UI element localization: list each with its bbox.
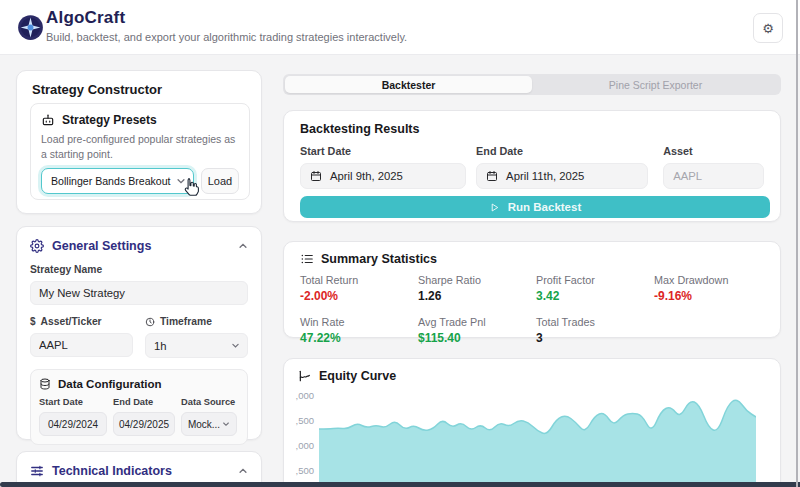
dollar-icon: $ bbox=[30, 316, 36, 327]
asset-ticker-label: $ Asset/Ticker bbox=[30, 316, 133, 327]
bt-end-date-label: End Date bbox=[476, 145, 648, 157]
strategy-presets-card: Strategy Presets Load pre-configured pop… bbox=[30, 103, 250, 200]
gear-icon: ⚙ bbox=[762, 21, 774, 36]
preset-select-value: Bollinger Bands Breakout bbox=[51, 175, 176, 187]
play-icon bbox=[489, 202, 500, 213]
bt-start-date-input[interactable]: April 9th, 2025 bbox=[300, 163, 466, 189]
app-tagline: Build, backtest, and export your algorit… bbox=[46, 31, 407, 43]
y-tick-label: ,500 bbox=[288, 415, 314, 426]
sliders-icon bbox=[30, 464, 44, 478]
equity-curve-chart bbox=[319, 389, 756, 487]
timeframe-select[interactable]: 1h bbox=[145, 333, 248, 358]
equity-curve-card: Equity Curve ,000 ,500 ,000 ,500 bbox=[283, 358, 781, 487]
bt-end-date-input[interactable]: April 11th, 2025 bbox=[476, 163, 648, 189]
bt-asset-label: Asset bbox=[663, 145, 764, 157]
tab-backtester[interactable]: Backtester bbox=[285, 76, 532, 93]
general-settings-card: General Settings Strategy Name $ Asset/T… bbox=[16, 226, 262, 440]
strategy-name-label: Strategy Name bbox=[30, 264, 248, 275]
bt-asset-input[interactable] bbox=[663, 163, 764, 189]
preset-select[interactable]: Bollinger Bands Breakout bbox=[41, 168, 194, 194]
dc-end-date-input[interactable] bbox=[113, 412, 175, 436]
line-chart-icon bbox=[298, 369, 312, 383]
backtesting-results-title: Backtesting Results bbox=[300, 122, 764, 136]
chevron-up-icon bbox=[238, 466, 248, 476]
summary-statistics-card: Summary Statistics Total Return -2.00% S… bbox=[283, 241, 781, 338]
mouse-cursor bbox=[183, 177, 200, 196]
list-icon bbox=[300, 252, 314, 266]
stat-win-rate: Win Rate 47.22% bbox=[300, 316, 418, 345]
clock-icon bbox=[145, 317, 155, 327]
strategy-presets-description: Load pre-configured popular strategies a… bbox=[41, 132, 239, 161]
main-tabbar: Backtester Pine Script Exporter bbox=[283, 74, 781, 95]
y-tick-label: ,000 bbox=[288, 390, 314, 401]
calendar-icon bbox=[310, 170, 322, 182]
dc-start-date-label: Start Date bbox=[39, 397, 107, 407]
stat-profit-factor: Profit Factor 3.42 bbox=[536, 274, 654, 303]
tab-pine-script-exporter[interactable]: Pine Script Exporter bbox=[532, 76, 779, 93]
stat-sharpe-ratio: Sharpe Ratio 1.26 bbox=[418, 274, 536, 303]
stat-avg-trade-pnl: Avg Trade Pnl $115.40 bbox=[418, 316, 536, 345]
gear-icon bbox=[30, 239, 44, 253]
bt-start-date-label: Start Date bbox=[300, 145, 466, 157]
asset-ticker-input[interactable] bbox=[30, 333, 133, 357]
algocraft-logo-icon bbox=[17, 14, 44, 41]
run-backtest-button[interactable]: Run Backtest bbox=[300, 196, 770, 218]
stat-total-trades: Total Trades 3 bbox=[536, 316, 654, 345]
app-title: AlgoCraft bbox=[46, 8, 125, 28]
app-page: AlgoCraft Build, backtest, and export yo… bbox=[0, 0, 800, 487]
technical-indicators-header[interactable]: Technical Indicators bbox=[30, 464, 248, 478]
load-preset-button[interactable]: Load bbox=[201, 168, 239, 194]
chevron-up-icon bbox=[238, 241, 248, 251]
data-configuration-title: Data Configuration bbox=[58, 378, 162, 390]
chevron-down-icon bbox=[231, 341, 240, 350]
dc-data-source-select[interactable]: Mock... bbox=[181, 412, 237, 436]
backtesting-results-card: Backtesting Results Start Date April 9th… bbox=[283, 110, 781, 222]
dc-start-date-input[interactable] bbox=[39, 412, 107, 436]
strategy-presets-title: Strategy Presets bbox=[62, 113, 157, 127]
dc-data-source-label: Data Source bbox=[181, 397, 237, 407]
y-tick-label: ,500 bbox=[288, 465, 314, 476]
robot-icon bbox=[41, 113, 55, 127]
app-header: AlgoCraft Build, backtest, and export yo… bbox=[0, 0, 800, 55]
chevron-down-icon bbox=[222, 420, 230, 428]
database-icon bbox=[39, 378, 51, 390]
dc-end-date-label: End Date bbox=[113, 397, 175, 407]
strategy-constructor-panel: Strategy Constructor Strategy Presets Lo… bbox=[16, 70, 262, 214]
timeframe-label: Timeframe bbox=[145, 316, 248, 327]
equity-curve-title: Equity Curve bbox=[319, 369, 396, 383]
data-configuration-card: Data Configuration Start Date End Date D… bbox=[30, 369, 248, 445]
stat-total-return: Total Return -2.00% bbox=[300, 274, 418, 303]
technical-indicators-title: Technical Indicators bbox=[52, 464, 230, 478]
window-bottom-edge bbox=[0, 482, 800, 487]
y-tick-label: ,000 bbox=[288, 440, 314, 451]
strategy-name-input[interactable] bbox=[30, 281, 248, 305]
stat-max-drawdown: Max Drawdown -9.16% bbox=[654, 274, 764, 303]
summary-statistics-title: Summary Statistics bbox=[321, 252, 437, 266]
strategy-constructor-title: Strategy Constructor bbox=[32, 82, 162, 97]
settings-button[interactable]: ⚙ bbox=[753, 13, 783, 43]
general-settings-title: General Settings bbox=[52, 239, 230, 253]
calendar-icon bbox=[486, 170, 498, 182]
window-right-edge bbox=[796, 0, 798, 487]
general-settings-header[interactable]: General Settings bbox=[30, 239, 248, 253]
